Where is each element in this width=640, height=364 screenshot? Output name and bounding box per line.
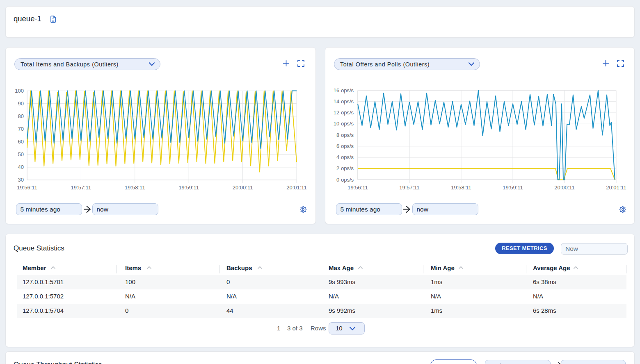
- svg-text:19:57:11: 19:57:11: [399, 184, 420, 191]
- svg-text:20:00:11: 20:00:11: [554, 184, 575, 191]
- svg-text:90: 90: [18, 100, 24, 107]
- svg-text:4 ops/s: 4 ops/s: [336, 154, 354, 160]
- svg-text:19:58:11: 19:58:11: [451, 184, 471, 191]
- svg-text:70: 70: [18, 126, 24, 132]
- svg-text:40: 40: [18, 164, 24, 170]
- svg-text:14 ops/s: 14 ops/s: [334, 98, 354, 105]
- svg-text:8 ops/s: 8 ops/s: [336, 132, 354, 138]
- svg-text:19:59:11: 19:59:11: [178, 184, 199, 191]
- svg-text:2 ops/s: 2 ops/s: [336, 165, 354, 171]
- svg-text:16 ops/s: 16 ops/s: [334, 87, 354, 93]
- svg-text:50: 50: [18, 151, 24, 157]
- svg-text:60: 60: [18, 139, 24, 145]
- svg-text:0 ops/s: 0 ops/s: [336, 177, 354, 183]
- svg-text:20:01:11: 20:01:11: [606, 184, 626, 191]
- svg-text:10 ops/s: 10 ops/s: [334, 121, 354, 127]
- svg-text:19:57:11: 19:57:11: [71, 184, 91, 191]
- svg-text:20:01:11: 20:01:11: [286, 184, 307, 191]
- svg-text:100: 100: [15, 88, 24, 94]
- svg-text:19:59:11: 19:59:11: [503, 184, 523, 191]
- svg-text:12 ops/s: 12 ops/s: [334, 109, 354, 116]
- svg-text:6 ops/s: 6 ops/s: [336, 143, 354, 149]
- svg-text:30: 30: [18, 177, 24, 183]
- svg-text:19:56:11: 19:56:11: [347, 184, 368, 191]
- svg-text:19:58:11: 19:58:11: [125, 184, 145, 191]
- svg-text:20:00:11: 20:00:11: [233, 184, 253, 191]
- svg-text:19:56:11: 19:56:11: [17, 184, 37, 191]
- svg-text:80: 80: [18, 113, 24, 119]
